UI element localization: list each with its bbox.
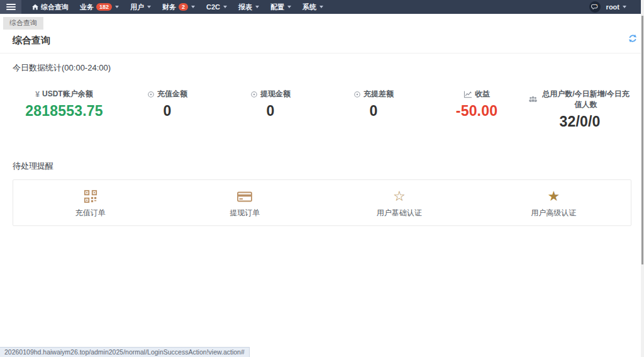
nav-item-system[interactable]: 系统 — [297, 0, 329, 14]
caret-down-icon — [147, 6, 151, 8]
user-menu[interactable]: root — [606, 3, 626, 11]
alert-basic-verification[interactable]: ☆ 用户基础认证 — [322, 188, 477, 218]
chat-button[interactable] — [589, 1, 601, 13]
page-title: 综合查询 — [13, 35, 631, 47]
nav-item-label: 系统 — [303, 3, 316, 12]
refresh-button[interactable] — [628, 34, 637, 43]
tab-bar: 综合查询 — [0, 14, 644, 30]
refresh-icon — [628, 34, 637, 43]
nav-item-c2c[interactable]: C2C — [201, 0, 233, 14]
circle-dot-icon — [147, 91, 155, 98]
circle-dot-icon — [250, 91, 258, 98]
stat-user-counts: 总用户数/今日新增/今日充值人数 32/0/0 — [528, 89, 631, 130]
nav-item-label: 综合查询 — [41, 3, 69, 12]
nav-item-users[interactable]: 用户 — [125, 0, 157, 14]
stats-row: ¥ USDT账户余额 2818553.75 充值金额 0 提现金额 0 — [13, 89, 631, 130]
caret-down-icon — [287, 6, 291, 8]
stat-usdt-balance: ¥ USDT账户余额 2818553.75 — [13, 89, 116, 130]
home-icon — [32, 4, 38, 10]
username: root — [606, 3, 619, 11]
page-header: 综合查询 — [0, 30, 644, 54]
nav-item-label: C2C — [206, 3, 220, 11]
tab-comprehensive-query[interactable]: 综合查询 — [3, 17, 43, 30]
stat-profit: 收益 -50.00 — [425, 89, 528, 130]
link-preview-statusbar: 20260109hd.haiwaiym26.top/admin2025/norm… — [0, 347, 250, 357]
alert-deposit-orders[interactable]: 充值订单 — [13, 188, 168, 218]
caret-down-icon — [115, 6, 119, 8]
caret-down-icon — [223, 6, 227, 8]
stat-value: 0 — [322, 103, 425, 120]
star-filled-icon: ★ — [477, 188, 631, 205]
stat-deposit-withdraw-diff: 充提差额 0 — [322, 89, 425, 130]
main-menu: 综合查询 业务 182 用户 财务 2 C2C 报表 配置 系统 — [26, 0, 329, 14]
nav-item-label: 业务 — [80, 3, 94, 12]
stat-withdraw-amount: 提现金额 0 — [219, 89, 322, 130]
stat-value: 0 — [116, 103, 219, 120]
caret-down-icon — [623, 6, 626, 8]
alert-advanced-verification[interactable]: ★ 用户高级认证 — [477, 188, 631, 218]
qrcode-icon — [13, 188, 168, 205]
stat-value: 0 — [219, 103, 322, 120]
caret-down-icon — [319, 6, 323, 8]
hamburger-menu-icon[interactable] — [0, 0, 21, 14]
nav-item-reports[interactable]: 报表 — [233, 0, 265, 14]
alerts-card: 充值订单 提现订单 ☆ 用户基础认证 ★ 用户高级认证 — [13, 179, 631, 226]
stat-value: 32/0/0 — [528, 113, 631, 130]
trend-chart-icon — [464, 91, 472, 98]
stats-section-title: 今日数据统计(00:00-24:00) — [13, 62, 631, 74]
caret-down-icon — [255, 6, 259, 8]
caret-down-icon — [191, 6, 195, 8]
top-navbar: 综合查询 业务 182 用户 财务 2 C2C 报表 配置 系统 — [0, 0, 644, 14]
stat-value: 2818553.75 — [13, 103, 116, 120]
credit-card-icon — [168, 188, 323, 205]
nav-item-label: 报表 — [238, 3, 252, 12]
finance-count-badge: 2 — [179, 3, 188, 11]
nav-item-config[interactable]: 配置 — [265, 0, 297, 14]
pending-alerts-section: 待处理提醒 — [0, 152, 644, 226]
today-stats-section: 今日数据统计(00:00-24:00) ¥ USDT账户余额 2818553.7… — [0, 54, 644, 130]
nav-item-dashboard[interactable]: 综合查询 — [26, 0, 74, 14]
nav-item-label: 配置 — [270, 3, 284, 12]
nav-item-finance[interactable]: 财务 2 — [157, 0, 201, 14]
nav-item-business[interactable]: 业务 182 — [74, 0, 125, 14]
alert-withdraw-orders[interactable]: 提现订单 — [168, 188, 323, 218]
navbar-right: root — [589, 0, 644, 14]
users-icon — [528, 96, 538, 103]
page-scrollbar[interactable] — [641, 0, 644, 357]
alerts-section-title: 待处理提醒 — [13, 161, 631, 172]
nav-item-label: 用户 — [130, 3, 144, 12]
yen-icon: ¥ — [35, 90, 40, 99]
nav-item-label: 财务 — [162, 3, 176, 12]
chat-bubble-icon — [591, 4, 598, 10]
stat-value: -50.00 — [425, 103, 528, 120]
circle-dot-icon — [353, 91, 361, 98]
scrollbar-thumb[interactable] — [641, 16, 643, 264]
stat-deposit-amount: 充值金额 0 — [116, 89, 219, 130]
business-count-badge: 182 — [96, 3, 112, 11]
star-outline-icon: ☆ — [322, 188, 477, 205]
